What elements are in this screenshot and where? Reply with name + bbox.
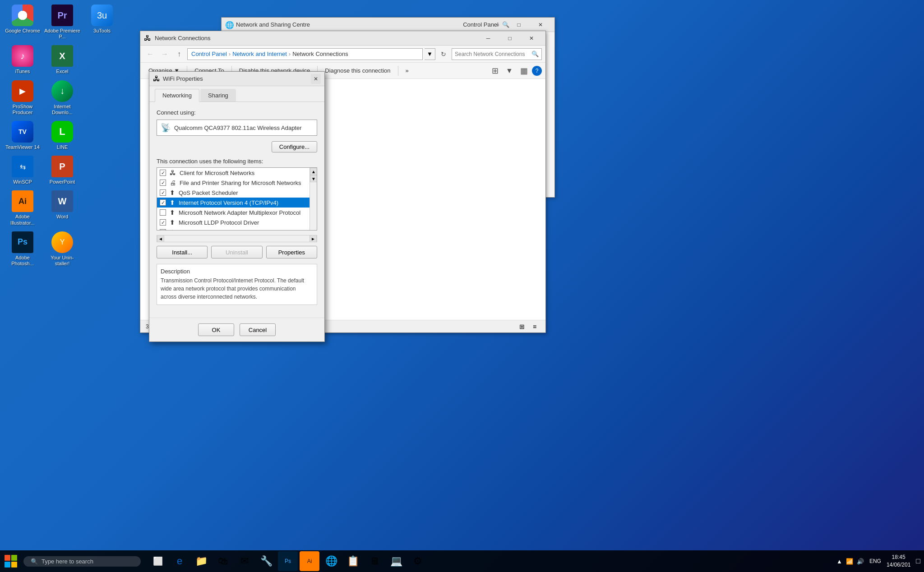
wifi-dialog-icon: 🖧 (153, 75, 160, 83)
item5-checkbox[interactable] (160, 209, 166, 216)
listbox-item-2[interactable]: 🖨 File and Printer Sharing for Microsoft… (157, 178, 317, 188)
nc-breadcrumb[interactable]: Control Panel › Network and Internet › N… (187, 48, 423, 60)
action-buttons: Install... Uninstall Properties (157, 246, 317, 258)
taskbar-mail[interactable]: ✉ (235, 551, 254, 571)
tray-volume[interactable]: 🔊 (857, 558, 864, 565)
taskbar-clock[interactable]: 18:45 14/06/201 (887, 554, 910, 569)
desktop-icon-proshow[interactable]: ▶ ProShow Producer (5, 80, 41, 115)
taskbar: 🔍 Type here to search ⬜ e 📁 🛍 ✉ 🔧 Ps Ai … (0, 550, 924, 572)
nc-help-btn[interactable]: ? (532, 66, 542, 76)
ok-btn[interactable]: OK (198, 323, 234, 336)
desktop-icon-3utools[interactable]: 3u 3uTools (84, 5, 120, 40)
taskbar-photoshop[interactable]: Ps (278, 551, 298, 571)
scrollbar-down-btn[interactable]: ▼ (310, 175, 317, 182)
desktop-icon-winscp[interactable]: ⇆ WinSCP (5, 156, 41, 185)
horizontal-scrollbar[interactable]: ◄ ► (157, 235, 317, 242)
items-label: This connection uses the following items… (157, 158, 317, 165)
hscroll-left-btn[interactable]: ◄ (157, 235, 164, 242)
item1-label: Client for Microsoft Networks (180, 170, 254, 176)
desktop-icon-uninstaller[interactable]: Y Your Unin-staller! (44, 231, 80, 267)
tab-networking[interactable]: Networking (155, 89, 199, 102)
taskbar-system-tray: ▲ 📶 🔊 (836, 558, 864, 565)
address-dropdown-btn[interactable]: ▼ (425, 48, 435, 60)
start-button[interactable] (0, 550, 22, 572)
listbox-item-6[interactable]: ⬆ Microsoft LLDP Protocol Driver (157, 217, 317, 227)
desktop-icon-powerpoint[interactable]: P PowerPoint (44, 156, 80, 185)
nc-view-dropdown-btn[interactable]: ▼ (503, 65, 516, 77)
desktop-icon-internet-downloader[interactable]: ↓ Internet Downlo... (44, 80, 80, 115)
nc-forward-btn[interactable]: → (158, 48, 171, 60)
nc-up-btn[interactable]: ↑ (173, 48, 185, 60)
configure-btn[interactable]: Configure... (272, 141, 317, 152)
uninstall-btn[interactable]: Uninstall (211, 246, 262, 258)
item6-checkbox[interactable] (160, 219, 166, 226)
item7-checkbox[interactable] (160, 229, 166, 230)
tray-network[interactable]: 📶 (846, 558, 853, 565)
desktop-icon-line[interactable]: L LINE (44, 121, 80, 150)
sharing-centre-maximize[interactable]: □ (508, 18, 529, 32)
listbox-item-1[interactable]: 🖧 Client for Microsoft Networks (157, 168, 317, 178)
nc-maximize-btn[interactable]: □ (499, 31, 520, 46)
taskbar-task-view[interactable]: ⬜ (148, 551, 168, 571)
nc-refresh-btn[interactable]: ↻ (437, 48, 450, 60)
sharing-centre-close[interactable]: ✕ (530, 18, 551, 32)
item2-checkbox[interactable] (160, 180, 166, 186)
desktop-icon-excel[interactable]: X Excel (44, 45, 80, 74)
taskbar-file-explorer[interactable]: 📁 (191, 551, 211, 571)
nc-title-icon: 🖧 (144, 34, 152, 42)
items-listbox[interactable]: 🖧 Client for Microsoft Networks 🖨 File a… (157, 167, 317, 231)
listbox-item-4[interactable]: ⬆ Internet Protocol Version 4 (TCP/IPv4) (157, 198, 317, 208)
nc-minimize-btn[interactable]: ─ (478, 31, 499, 46)
nc-more-btn[interactable]: » (401, 65, 413, 77)
listbox-item-3[interactable]: ⬆ QoS Packet Scheduler (157, 188, 317, 198)
item1-icon: 🖧 (170, 169, 176, 176)
nc-list-btn[interactable]: ≡ (529, 321, 540, 332)
hscroll-right-btn[interactable]: ► (310, 235, 317, 242)
breadcrumb-current: Network Connections (292, 51, 348, 57)
nc-close-btn[interactable]: ✕ (521, 31, 542, 46)
item3-checkbox[interactable] (160, 189, 166, 196)
nc-search-input[interactable] (455, 51, 531, 57)
desktop-icon-adobe-premiere[interactable]: Pr Adobe Premiere P... (44, 5, 80, 40)
nc-diagnose-btn[interactable]: Diagnose this connection (320, 65, 395, 77)
taskbar-chrome[interactable]: 🌐 (321, 551, 341, 571)
nc-toolbar-right: ⊞ ▼ ▦ ? (489, 65, 542, 77)
properties-btn[interactable]: Properties (266, 246, 317, 258)
taskbar-time-display: 18:45 (892, 554, 906, 561)
listbox-item-5[interactable]: ⬆ Microsoft Network Adapter Multiplexor … (157, 208, 317, 217)
nc-back-btn[interactable]: ← (144, 48, 157, 60)
item1-checkbox[interactable] (160, 170, 166, 176)
desktop-icon-google-chrome[interactable]: Google Chrome (5, 5, 41, 40)
taskbar-search[interactable]: 🔍 Type here to search (23, 556, 141, 567)
item4-checkbox[interactable] (160, 199, 166, 206)
taskbar-edge[interactable]: e (170, 551, 189, 571)
taskbar-app6[interactable]: 🔧 (256, 551, 276, 571)
nc-large-icons-btn[interactable]: ⊞ (517, 321, 527, 332)
listbox-scrollbar[interactable]: ▲ ▼ (310, 168, 317, 230)
desktop-icon-photoshop[interactable]: Ps Adobe Photosh... (5, 231, 41, 267)
taskbar-app12[interactable]: 💻 (386, 551, 406, 571)
desktop-icons-column: Google Chrome Pr Adobe Premiere P... 3u … (5, 5, 120, 267)
desktop-icon-itunes[interactable]: ♪ iTunes (5, 45, 41, 74)
cancel-btn[interactable]: Cancel (240, 323, 276, 336)
desktop-icon-teamviewer[interactable]: TV TeamViewer 14 (5, 121, 41, 150)
taskbar-app11[interactable]: 🖥 (365, 551, 384, 571)
scrollbar-up-btn[interactable]: ▲ (310, 168, 317, 175)
tab-sharing[interactable]: Sharing (200, 89, 236, 101)
connect-using-label: Connect using: (157, 109, 317, 116)
taskbar-illustrator[interactable]: Ai (300, 551, 319, 571)
nc-search-bar[interactable]: 🔍 (452, 48, 542, 60)
wifi-dialog-close-btn[interactable]: ✕ (311, 74, 321, 84)
nc-details-pane-btn[interactable]: ▦ (517, 65, 530, 77)
desktop-icon-illustrator[interactable]: Ai Adobe Illustrator... (5, 190, 41, 226)
listbox-item-7[interactable]: ⬆ Internet Protocol Version 6 (TCP/IPv6) (157, 227, 317, 230)
taskbar-app10[interactable]: 📋 (343, 551, 363, 571)
nc-view-options-btn[interactable]: ⊞ (489, 65, 501, 77)
taskbar-app13[interactable]: ⚙ (408, 551, 428, 571)
wifi-tabs-bar: Networking Sharing (149, 86, 324, 102)
tray-arrow[interactable]: ▲ (836, 558, 842, 565)
taskbar-store[interactable]: 🛍 (213, 551, 233, 571)
tray-notifications[interactable]: □ (916, 557, 920, 565)
install-btn[interactable]: Install... (157, 246, 208, 258)
desktop-icon-word[interactable]: W Word (44, 190, 80, 226)
